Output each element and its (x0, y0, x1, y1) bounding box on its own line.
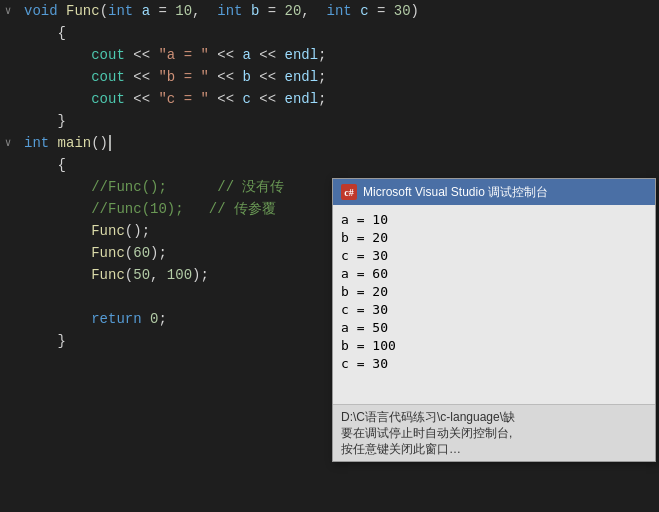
token-param-name: b (242, 66, 250, 88)
token-plain: } (24, 330, 66, 352)
token-num: 30 (394, 0, 411, 22)
token-plain (24, 308, 91, 330)
code-line: cout << "b = " << b << endl; (24, 66, 659, 88)
token-plain: , (150, 264, 167, 286)
token-param-name: endl (284, 66, 318, 88)
token-kw: void (24, 0, 66, 22)
console-body: a = 10b = 20c = 30a = 60b = 20c = 30a = … (333, 205, 655, 404)
console-output-line: c = 30 (341, 301, 647, 319)
footer-line3: 按任意键关闭此窗口… (341, 441, 647, 457)
token-plain: ) (411, 0, 419, 22)
token-plain: << (251, 88, 285, 110)
code-line: int main() (24, 132, 659, 154)
console-output-line: a = 60 (341, 265, 647, 283)
token-plain: << (125, 44, 159, 66)
token-plain: } (24, 110, 66, 132)
code-line: cout << "c = " << c << endl; (24, 88, 659, 110)
token-plain: << (209, 44, 243, 66)
console-output-line: a = 50 (341, 319, 647, 337)
token-str: "b = " (158, 66, 208, 88)
token-plain: ( (125, 264, 133, 286)
token-str: "a = " (158, 44, 208, 66)
token-num: 0 (150, 308, 158, 330)
fold-marker[interactable]: ∨ (0, 0, 16, 22)
token-plain: () (91, 132, 108, 154)
token-plain: << (251, 66, 285, 88)
token-plain: (); (125, 220, 150, 242)
fold-marker (0, 264, 16, 286)
fold-marker (0, 242, 16, 264)
fold-marker (0, 176, 16, 198)
token-plain (24, 176, 91, 198)
console-output-line: a = 10 (341, 211, 647, 229)
token-param-name: endl (284, 88, 318, 110)
fold-marker (0, 198, 16, 220)
token-num: 50 (133, 264, 150, 286)
token-obj: cout (91, 88, 125, 110)
token-fn: main (58, 132, 92, 154)
token-plain (24, 44, 91, 66)
console-output-line: b = 20 (341, 283, 647, 301)
fold-gutter[interactable]: ∨ ∨ (0, 0, 16, 512)
token-plain: << (251, 44, 285, 66)
fold-marker (0, 220, 16, 242)
token-fn: Func (91, 242, 125, 264)
fold-marker (0, 88, 16, 110)
token-str: "c = " (158, 88, 208, 110)
token-param-name: c (242, 88, 250, 110)
fold-marker (0, 66, 16, 88)
token-kw: int (327, 0, 361, 22)
token-num: 100 (167, 264, 192, 286)
token-plain: ; (318, 66, 326, 88)
token-plain: ); (150, 242, 167, 264)
token-plain (24, 220, 91, 242)
token-comment: // 传参覆 (209, 198, 276, 220)
fold-marker[interactable]: ∨ (0, 132, 16, 154)
token-fn: Func (91, 220, 125, 242)
text-cursor (109, 135, 111, 151)
footer-line1: D:\C语言代码练习\c-language\缺 (341, 409, 647, 425)
token-kw: int (217, 0, 251, 22)
token-kw: int (108, 0, 142, 22)
token-plain (24, 242, 91, 264)
token-plain: , (192, 0, 217, 22)
token-plain: ); (192, 264, 209, 286)
fold-marker (0, 44, 16, 66)
vs-icon: c# (341, 184, 357, 200)
code-editor: ∨ ∨ void Func(int a = 10, int b = 20, in… (0, 0, 659, 512)
footer-line2: 要在调试停止时自动关闭控制台, (341, 425, 647, 441)
token-plain: ; (318, 44, 326, 66)
token-fn: Func (66, 0, 100, 22)
token-plain (167, 176, 217, 198)
token-plain (24, 264, 91, 286)
token-param-name: a (142, 0, 150, 22)
console-title: Microsoft Visual Studio 调试控制台 (363, 184, 548, 201)
token-plain: = (369, 0, 394, 22)
token-plain: ( (125, 242, 133, 264)
console-output-line: c = 30 (341, 247, 647, 265)
fold-marker (0, 308, 16, 330)
token-num: 10 (175, 0, 192, 22)
code-line: } (24, 110, 659, 132)
token-param-name: c (360, 0, 368, 22)
token-param-name: b (251, 0, 259, 22)
token-plain (24, 66, 91, 88)
fold-marker (0, 154, 16, 176)
token-plain (24, 198, 91, 220)
token-plain (184, 198, 209, 220)
token-num: 20 (285, 0, 302, 22)
code-line: void Func(int a = 10, int b = 20, int c … (24, 0, 659, 22)
token-plain: = (150, 0, 175, 22)
token-plain: , (301, 0, 326, 22)
token-plain (24, 88, 91, 110)
token-obj: cout (91, 44, 125, 66)
console-footer: D:\C语言代码练习\c-language\缺 要在调试停止时自动关闭控制台, … (333, 404, 655, 461)
code-line: { (24, 154, 659, 176)
token-plain: << (125, 88, 159, 110)
token-kw: int (24, 132, 58, 154)
token-plain: ; (158, 308, 166, 330)
token-plain: { (24, 154, 66, 176)
token-fn: Func (91, 264, 125, 286)
token-plain: ( (100, 0, 108, 22)
console-titlebar: c# Microsoft Visual Studio 调试控制台 (333, 179, 655, 205)
